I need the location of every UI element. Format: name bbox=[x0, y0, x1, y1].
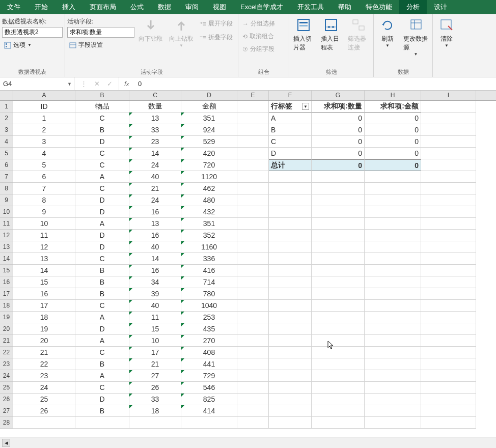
cell[interactable] bbox=[365, 288, 421, 300]
cell[interactable]: 21 bbox=[13, 347, 75, 358]
cell[interactable] bbox=[365, 347, 421, 358]
cell[interactable]: 0 bbox=[312, 136, 365, 148]
cell[interactable]: 15 bbox=[13, 276, 75, 288]
cell[interactable] bbox=[237, 241, 269, 253]
cell[interactable] bbox=[269, 230, 312, 241]
cell[interactable] bbox=[421, 335, 476, 347]
column-header-E[interactable]: E bbox=[237, 91, 269, 100]
cell[interactable] bbox=[421, 113, 476, 124]
cell[interactable] bbox=[421, 405, 476, 417]
cell[interactable]: 7 bbox=[13, 183, 75, 194]
cell[interactable] bbox=[269, 300, 312, 312]
cell[interactable] bbox=[312, 230, 365, 241]
row-header[interactable]: 3 bbox=[0, 124, 13, 136]
cell[interactable] bbox=[269, 335, 312, 347]
cell[interactable] bbox=[312, 253, 365, 265]
cell[interactable]: 24 bbox=[13, 382, 75, 394]
cell[interactable]: 1160 bbox=[181, 241, 237, 253]
cell[interactable] bbox=[269, 312, 312, 323]
cell[interactable] bbox=[421, 148, 476, 159]
drill-up-button[interactable]: 向上钻取 ▼ bbox=[167, 16, 196, 49]
column-header-G[interactable]: G bbox=[312, 91, 365, 100]
cell[interactable]: 1040 bbox=[181, 300, 237, 312]
cell[interactable]: A bbox=[75, 218, 129, 230]
cell[interactable] bbox=[237, 417, 269, 429]
row-header[interactable]: 11 bbox=[0, 218, 13, 230]
insert-timeline-button[interactable]: 插入日程表 bbox=[319, 16, 344, 53]
cell[interactable]: B bbox=[75, 405, 129, 417]
cell[interactable]: 0 bbox=[312, 148, 365, 159]
cell[interactable] bbox=[421, 124, 476, 136]
cell[interactable] bbox=[237, 230, 269, 241]
cell[interactable]: 13 bbox=[129, 113, 181, 124]
cell[interactable] bbox=[269, 276, 312, 288]
cell[interactable] bbox=[237, 382, 269, 394]
cell[interactable] bbox=[269, 183, 312, 194]
cell[interactable]: 26 bbox=[13, 405, 75, 417]
cell[interactable]: B bbox=[75, 276, 129, 288]
cell[interactable]: A bbox=[75, 171, 129, 183]
row-header[interactable]: 26 bbox=[0, 394, 13, 405]
cell[interactable] bbox=[269, 323, 312, 335]
cell[interactable]: D bbox=[75, 206, 129, 218]
cell[interactable]: 3 bbox=[13, 136, 75, 148]
cell[interactable]: 23 bbox=[13, 370, 75, 382]
cell[interactable] bbox=[312, 218, 365, 230]
ribbon-tab-插入[interactable]: 插入 bbox=[55, 0, 82, 14]
cell[interactable]: 6 bbox=[13, 171, 75, 183]
row-header[interactable]: 2 bbox=[0, 113, 13, 124]
cell[interactable] bbox=[421, 230, 476, 241]
cell[interactable]: 24 bbox=[129, 194, 181, 206]
cell[interactable] bbox=[312, 358, 365, 370]
ungroup-button[interactable]: ⟲取消组合 bbox=[240, 31, 276, 42]
cell[interactable]: 行标签▼ bbox=[269, 101, 312, 113]
cell[interactable]: 351 bbox=[181, 218, 237, 230]
cell[interactable] bbox=[365, 405, 421, 417]
cell[interactable]: 20 bbox=[13, 335, 75, 347]
cell[interactable] bbox=[365, 206, 421, 218]
cell[interactable] bbox=[421, 312, 476, 323]
cell[interactable]: 21 bbox=[129, 358, 181, 370]
column-header-H[interactable]: H bbox=[365, 91, 421, 100]
cell[interactable]: 408 bbox=[181, 347, 237, 358]
cell[interactable]: A bbox=[269, 113, 312, 124]
cell[interactable] bbox=[421, 394, 476, 405]
ribbon-tab-开始[interactable]: 开始 bbox=[27, 0, 55, 14]
cell[interactable]: 0 bbox=[365, 136, 421, 148]
activefield-input[interactable] bbox=[67, 27, 134, 38]
row-header[interactable]: 19 bbox=[0, 312, 13, 323]
cell[interactable]: C bbox=[75, 382, 129, 394]
cell[interactable]: 14 bbox=[13, 265, 75, 276]
row-header[interactable]: 9 bbox=[0, 194, 13, 206]
cell[interactable]: 546 bbox=[181, 382, 237, 394]
cell[interactable] bbox=[421, 370, 476, 382]
cell[interactable]: 16 bbox=[129, 206, 181, 218]
cancel-icon[interactable]: ✕ bbox=[94, 80, 100, 88]
row-header[interactable]: 14 bbox=[0, 253, 13, 265]
row-header[interactable]: 23 bbox=[0, 358, 13, 370]
cell[interactable] bbox=[421, 265, 476, 276]
cell[interactable]: A bbox=[75, 312, 129, 323]
cell[interactable]: ID bbox=[13, 101, 75, 113]
ribbon-tab-数据[interactable]: 数据 bbox=[151, 0, 178, 14]
cell[interactable] bbox=[421, 241, 476, 253]
cell[interactable] bbox=[365, 241, 421, 253]
row-header[interactable]: 17 bbox=[0, 288, 13, 300]
cell[interactable]: 0 bbox=[312, 113, 365, 124]
cell[interactable]: 825 bbox=[181, 394, 237, 405]
cell[interactable] bbox=[421, 218, 476, 230]
cell[interactable] bbox=[365, 312, 421, 323]
column-header-D[interactable]: D bbox=[181, 91, 237, 100]
cell[interactable]: 1 bbox=[13, 113, 75, 124]
cell[interactable]: 25 bbox=[13, 394, 75, 405]
horizontal-scrollbar[interactable]: ◀ bbox=[0, 437, 496, 448]
row-header[interactable]: 22 bbox=[0, 347, 13, 358]
cell[interactable] bbox=[237, 113, 269, 124]
cell[interactable]: 0 bbox=[312, 159, 365, 171]
cell[interactable]: D bbox=[75, 230, 129, 241]
cell[interactable] bbox=[312, 405, 365, 417]
cell[interactable]: 4 bbox=[13, 148, 75, 159]
cell[interactable] bbox=[237, 358, 269, 370]
cell[interactable]: 2 bbox=[13, 124, 75, 136]
cell[interactable]: 总计 bbox=[269, 159, 312, 171]
